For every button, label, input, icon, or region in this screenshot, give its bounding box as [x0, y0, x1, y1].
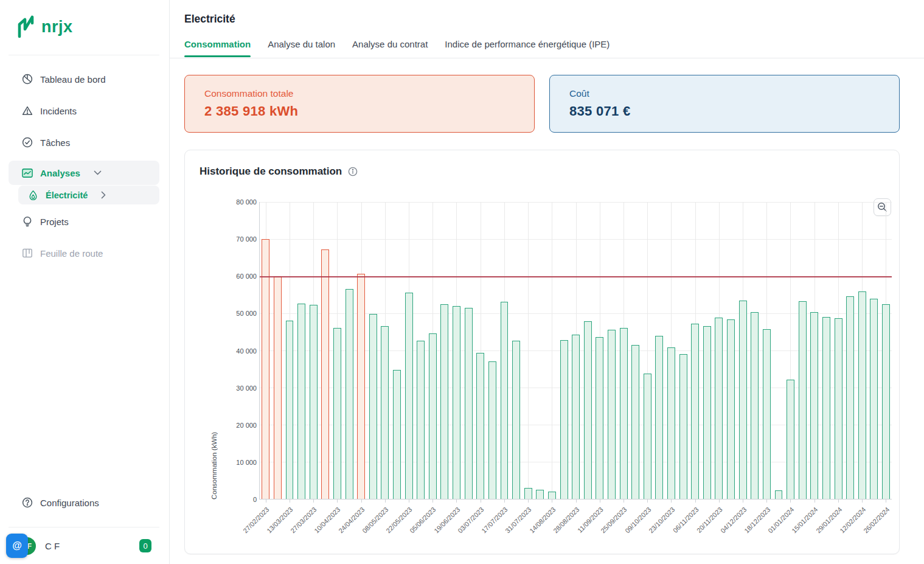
consumption-bar[interactable] [465, 308, 473, 499]
y-tick-label: 40 000 [189, 347, 257, 355]
consumption-bar[interactable] [691, 324, 699, 499]
y-tick-label: 0 [189, 496, 257, 503]
x-axis-tick [743, 499, 743, 503]
sidebar-item-feuille-de-route[interactable]: Feuille de route [9, 237, 159, 269]
consumption-bar[interactable] [775, 490, 783, 499]
consumption-bar[interactable] [346, 289, 353, 499]
consumption-bar[interactable] [763, 329, 771, 499]
consumption-bar[interactable] [703, 326, 711, 499]
consumption-bar-exceeding[interactable] [357, 274, 365, 499]
x-axis-tick [695, 499, 696, 503]
chat-widget-button[interactable]: @ [6, 534, 28, 558]
consumption-bar[interactable] [429, 333, 437, 499]
consumption-bar[interactable] [440, 304, 448, 499]
sidebar-item-analyses[interactable]: Analyses [9, 161, 159, 185]
consumption-bar[interactable] [739, 301, 747, 499]
consumption-bar[interactable] [310, 305, 318, 499]
bar-slot [665, 202, 678, 499]
consumption-bar[interactable] [584, 321, 592, 499]
sidebar-item-label: Électricité [46, 190, 88, 200]
tab-ipe[interactable]: Indice de performance énergétique (IPE) [445, 39, 610, 57]
consumption-bar[interactable] [858, 291, 866, 499]
tab-bar-divider [170, 58, 924, 58]
consumption-bar-exceeding[interactable] [321, 249, 329, 499]
consumption-bar[interactable] [453, 306, 460, 499]
tab-consommation[interactable]: Consommation [184, 39, 251, 57]
sidebar-configurations-row: Configurations [9, 487, 159, 518]
tab-analyse-du-contrat[interactable]: Analyse du contrat [352, 39, 428, 57]
bar-slot [725, 202, 737, 499]
chevron-down-icon [94, 170, 102, 175]
consumption-bar[interactable] [667, 347, 675, 499]
bar-slot [630, 202, 642, 499]
consumption-bar[interactable] [333, 328, 341, 499]
consumption-bar[interactable] [501, 302, 509, 499]
bar-chart-plot-area [259, 202, 892, 500]
consumption-bar[interactable] [822, 317, 830, 499]
bar-slot [761, 202, 773, 499]
consumption-bar[interactable] [381, 326, 389, 499]
consumption-bar[interactable] [488, 361, 496, 499]
consumption-bar[interactable] [882, 304, 890, 499]
consumption-bar[interactable] [715, 318, 723, 499]
tab-analyse-du-talon[interactable]: Analyse du talon [268, 39, 335, 57]
sidebar-item-tableau-de-bord[interactable]: Tableau de bord [9, 63, 159, 95]
consumption-bar[interactable] [679, 354, 687, 500]
consumption-bar[interactable] [787, 380, 794, 499]
consumption-bar[interactable] [560, 340, 568, 499]
bar-slot [832, 202, 844, 499]
consumption-bar[interactable] [810, 312, 818, 499]
consumption-bar[interactable] [393, 370, 401, 499]
consumption-bar[interactable] [297, 304, 305, 499]
consumption-bar[interactable] [751, 312, 759, 499]
consumption-bar[interactable] [536, 490, 544, 499]
bar-slot [355, 202, 367, 499]
x-axis-tick [815, 499, 815, 503]
consumption-bar[interactable] [799, 301, 807, 499]
x-axis-tick [624, 499, 624, 503]
x-axis-tick [528, 499, 529, 503]
bar-slot [821, 202, 833, 499]
x-axis-tick [647, 499, 648, 503]
consumption-bar[interactable] [608, 330, 616, 499]
consumption-bar-exceeding[interactable] [274, 276, 282, 499]
bar-slot [260, 202, 272, 499]
consumption-bar[interactable] [417, 341, 425, 499]
bar-slot [427, 202, 439, 499]
sidebar-item-projets[interactable]: Projets [9, 206, 159, 237]
consumption-bar[interactable] [512, 341, 520, 499]
x-axis-tick [504, 499, 505, 503]
bar-slot [379, 202, 391, 499]
logo[interactable]: nrjx [17, 15, 73, 39]
consumption-bar[interactable] [369, 314, 377, 499]
consumption-bar[interactable] [548, 492, 556, 499]
bar-slot [868, 202, 880, 499]
consumption-bar[interactable] [870, 299, 878, 499]
consumption-bar[interactable] [846, 296, 854, 499]
bar-slot [737, 202, 749, 499]
consumption-bar[interactable] [835, 318, 842, 499]
consumption-bar-exceeding[interactable] [262, 239, 269, 499]
info-circle-icon[interactable] [348, 167, 358, 176]
x-axis-tick [790, 499, 791, 503]
consumption-bar[interactable] [405, 293, 413, 499]
sidebar-item-taches[interactable]: Tâches [9, 127, 159, 158]
consumption-bar[interactable] [476, 353, 484, 499]
sidebar-item-configurations[interactable]: Configurations [9, 487, 159, 518]
consumption-bar[interactable] [644, 374, 651, 499]
consumption-bar[interactable] [596, 337, 603, 499]
sidebar-item-incidents[interactable]: Incidents [9, 95, 159, 127]
consumption-bar[interactable] [631, 345, 639, 499]
consumption-bar[interactable] [572, 335, 580, 499]
consumption-bar[interactable] [655, 336, 663, 499]
consumption-bar[interactable] [524, 488, 532, 499]
y-tick-label: 60 000 [189, 273, 257, 280]
bar-slot [307, 202, 319, 499]
chevron-right-icon [101, 191, 106, 199]
consumption-bar[interactable] [620, 328, 628, 499]
consumption-bar[interactable] [286, 321, 294, 499]
x-axis-tick [886, 499, 886, 503]
sidebar-item-electricite[interactable]: Électricité [18, 186, 159, 204]
consumption-bar[interactable] [727, 319, 735, 499]
bar-slot [558, 202, 570, 499]
